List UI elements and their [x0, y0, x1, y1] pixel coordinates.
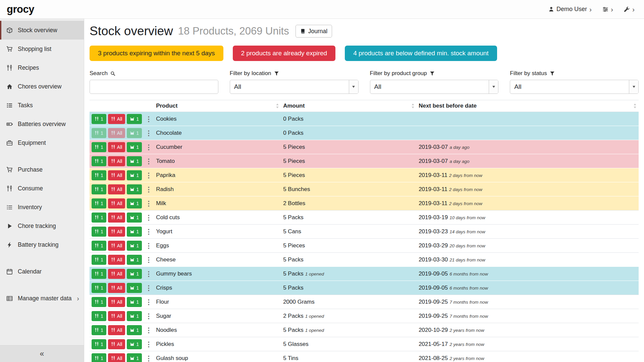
sidebar-item-shopping-list[interactable]: Shopping list [0, 40, 84, 58]
open-one-button[interactable]: 1 [127, 241, 142, 251]
consume-all-button[interactable]: All [108, 325, 125, 335]
open-one-button[interactable]: 1 [127, 255, 142, 265]
consume-all-button[interactable]: All [108, 353, 125, 362]
consume-one-button[interactable]: 1 [92, 255, 106, 265]
open-one-button[interactable]: 1 [127, 198, 142, 208]
row-menu-button[interactable]: ⋮ [145, 256, 152, 263]
open-one-button[interactable]: 1 [127, 311, 142, 321]
consume-one-button[interactable]: 1 [92, 156, 106, 166]
open-one-button[interactable]: 1 [127, 128, 142, 138]
row-menu-button[interactable]: ⋮ [145, 327, 152, 334]
row-menu-button[interactable]: ⋮ [145, 242, 152, 249]
consume-one-button[interactable]: 1 [92, 241, 106, 251]
open-one-button[interactable]: 1 [127, 170, 142, 180]
consume-one-button[interactable]: 1 [92, 198, 106, 208]
row-menu-button[interactable]: ⋮ [145, 144, 152, 150]
consume-one-button[interactable]: 1 [92, 170, 106, 180]
row-menu-button[interactable]: ⋮ [145, 228, 152, 235]
open-one-button[interactable]: 1 [127, 213, 142, 223]
row-menu-button[interactable]: ⋮ [145, 355, 152, 362]
open-one-button[interactable]: 1 [127, 325, 142, 335]
app-logo[interactable]: grocy [7, 3, 34, 15]
journal-button[interactable]: Journal [296, 25, 332, 38]
sidebar-item-consume[interactable]: Consume [0, 179, 84, 198]
open-one-button[interactable]: 1 [127, 227, 142, 237]
sidebar-item-chores-overview[interactable]: Chores overview [0, 77, 84, 96]
product-group-filter-select[interactable]: All [370, 80, 499, 94]
sidebar-item-stock-overview[interactable]: Stock overview [0, 21, 84, 40]
consume-one-button[interactable]: 1 [92, 114, 106, 124]
consume-one-button[interactable]: 1 [92, 297, 106, 307]
sidebar-item-tasks[interactable]: Tasks [0, 96, 84, 115]
consume-one-button[interactable]: 1 [92, 325, 106, 335]
open-one-button[interactable]: 1 [127, 114, 142, 124]
consume-all-button[interactable]: All [108, 184, 125, 194]
consume-one-button[interactable]: 1 [92, 184, 106, 194]
status-filter-select[interactable]: All [510, 80, 639, 94]
consume-one-button[interactable]: 1 [92, 227, 106, 237]
sidebar-item-equipment[interactable]: Equipment [0, 133, 84, 152]
consume-one-button[interactable]: 1 [92, 142, 106, 152]
row-menu-button[interactable]: ⋮ [145, 186, 152, 193]
consume-all-button[interactable]: All [108, 269, 125, 279]
expired-products-alert[interactable]: 2 products are already expired [233, 46, 336, 61]
row-menu-button[interactable]: ⋮ [145, 172, 152, 179]
consume-one-button[interactable]: 1 [92, 283, 106, 293]
consume-all-button[interactable]: All [108, 241, 125, 251]
settings-menu[interactable]: › [602, 6, 613, 13]
sidebar-item-inventory[interactable]: Inventory [0, 198, 84, 217]
consume-one-button[interactable]: 1 [92, 213, 106, 223]
consume-all-button[interactable]: All [108, 170, 125, 180]
consume-all-button[interactable]: All [108, 156, 125, 166]
open-one-button[interactable]: 1 [127, 142, 142, 152]
consume-all-button[interactable]: All [108, 311, 125, 321]
consume-all-button[interactable]: All [108, 255, 125, 265]
consume-one-button[interactable]: 1 [92, 353, 106, 362]
row-menu-button[interactable]: ⋮ [145, 285, 152, 291]
sidebar-item-purchase[interactable]: Purchase [0, 160, 84, 179]
below-min-stock-alert[interactable]: 4 products are below defined min. stock … [345, 46, 497, 61]
best-before-column-header[interactable]: Next best before date [417, 100, 639, 112]
row-menu-button[interactable]: ⋮ [145, 214, 152, 221]
row-menu-button[interactable]: ⋮ [145, 130, 152, 136]
sidebar-collapse-button[interactable]: « [0, 345, 84, 362]
sidebar-item-calendar[interactable]: Calendar [0, 262, 84, 281]
sidebar-item-battery-tracking[interactable]: Battery tracking [0, 235, 84, 254]
user-menu[interactable]: Demo User › [548, 6, 592, 13]
consume-all-button[interactable]: All [108, 114, 125, 124]
sidebar-item-recipes[interactable]: Recipes [0, 58, 84, 77]
amount-column-header[interactable]: Amount [281, 100, 417, 112]
row-menu-button[interactable]: ⋮ [145, 313, 152, 319]
location-filter-select[interactable]: All [230, 80, 359, 94]
row-menu-button[interactable]: ⋮ [145, 270, 152, 277]
consume-all-button[interactable]: All [108, 128, 125, 138]
admin-menu[interactable]: › [624, 6, 635, 13]
search-input[interactable] [90, 80, 218, 94]
open-one-button[interactable]: 1 [127, 156, 142, 166]
consume-one-button[interactable]: 1 [92, 339, 106, 349]
row-menu-button[interactable]: ⋮ [145, 341, 152, 348]
open-one-button[interactable]: 1 [127, 184, 142, 194]
row-menu-button[interactable]: ⋮ [145, 158, 152, 165]
consume-all-button[interactable]: All [108, 297, 125, 307]
consume-all-button[interactable]: All [108, 198, 125, 208]
sidebar-item-batteries-overview[interactable]: Batteries overview [0, 115, 84, 133]
consume-all-button[interactable]: All [108, 283, 125, 293]
consume-all-button[interactable]: All [108, 339, 125, 349]
consume-one-button[interactable]: 1 [92, 311, 106, 321]
row-menu-button[interactable]: ⋮ [145, 200, 152, 207]
open-one-button[interactable]: 1 [127, 283, 142, 293]
sidebar-item-manage-master-data[interactable]: Manage master data › [0, 289, 84, 308]
consume-all-button[interactable]: All [108, 227, 125, 237]
open-one-button[interactable]: 1 [127, 339, 142, 349]
open-one-button[interactable]: 1 [127, 353, 142, 362]
consume-one-button[interactable]: 1 [92, 128, 106, 138]
consume-all-button[interactable]: All [108, 142, 125, 152]
row-menu-button[interactable]: ⋮ [145, 299, 152, 305]
consume-one-button[interactable]: 1 [92, 269, 106, 279]
expiring-products-alert[interactable]: 3 products expiring within the next 5 da… [90, 46, 223, 61]
product-column-header[interactable]: Product [154, 100, 281, 112]
sidebar-item-chore-tracking[interactable]: Chore tracking [0, 217, 84, 235]
open-one-button[interactable]: 1 [127, 269, 142, 279]
open-one-button[interactable]: 1 [127, 297, 142, 307]
